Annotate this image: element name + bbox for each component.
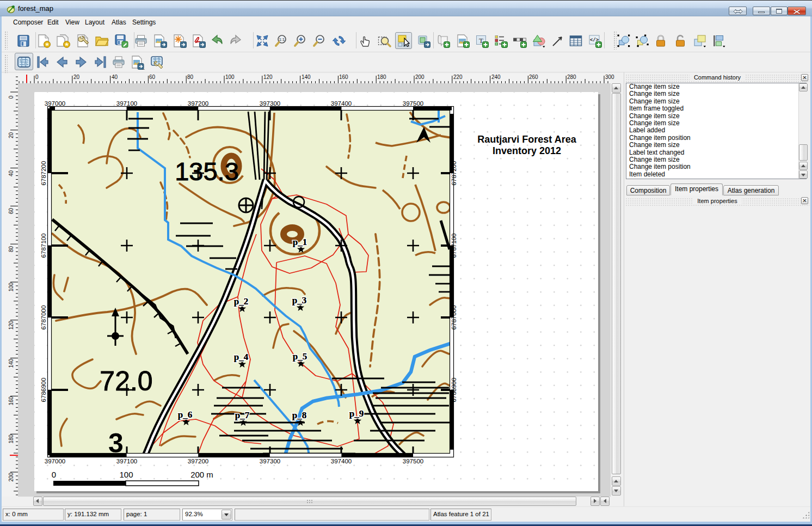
svg-text:397400: 397400 — [331, 100, 352, 107]
svg-text:6787100: 6787100 — [40, 234, 47, 258]
svg-text:397100: 397100 — [116, 458, 137, 464]
svg-text:72.0: 72.0 — [100, 366, 152, 396]
svg-text:p_9: p_9 — [349, 408, 364, 419]
svg-text:6786900: 6786900 — [40, 378, 47, 402]
svg-text:p_8: p_8 — [292, 410, 306, 420]
svg-text:6787000: 6787000 — [451, 305, 457, 330]
svg-text:p_7: p_7 — [235, 410, 250, 420]
svg-text:Rautjarvi Forest Area: Rautjarvi Forest Area — [477, 134, 576, 145]
svg-text:1:1: 1:1 — [279, 37, 285, 42]
svg-text:397300: 397300 — [260, 100, 280, 107]
svg-text:397000: 397000 — [45, 100, 65, 107]
svg-text:397400: 397400 — [331, 458, 352, 464]
svg-text:100: 100 — [119, 470, 133, 479]
svg-text:p_6: p_6 — [178, 409, 192, 420]
svg-text:397500: 397500 — [403, 458, 423, 464]
svg-text:6787200: 6787200 — [40, 161, 47, 186]
svg-text:p_2: p_2 — [234, 296, 248, 307]
svg-text:200 m: 200 m — [190, 470, 213, 479]
svg-text:6787000: 6787000 — [40, 305, 47, 330]
svg-text:135.3: 135.3 — [175, 157, 239, 186]
svg-text:p_5: p_5 — [293, 351, 307, 362]
svg-text:p_1: p_1 — [293, 237, 307, 247]
svg-text:0: 0 — [52, 470, 56, 479]
svg-text:397200: 397200 — [188, 100, 208, 107]
svg-text:p_3: p_3 — [292, 295, 306, 305]
svg-text:Inventory 2012: Inventory 2012 — [493, 145, 561, 156]
svg-text:p_4: p_4 — [234, 352, 249, 362]
svg-text:397300: 397300 — [260, 458, 280, 464]
svg-text:397000: 397000 — [45, 458, 65, 464]
svg-text:397500: 397500 — [403, 100, 423, 107]
svg-text:397100: 397100 — [116, 100, 137, 107]
svg-text:6787200: 6787200 — [451, 161, 457, 186]
svg-text:6787100: 6787100 — [451, 234, 457, 258]
svg-text:6786900: 6786900 — [451, 378, 457, 402]
svg-text:397200: 397200 — [188, 458, 208, 464]
